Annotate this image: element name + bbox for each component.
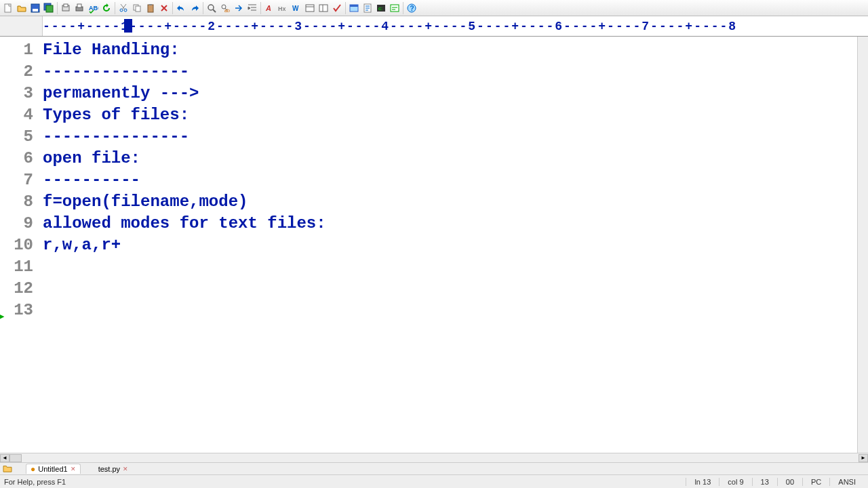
svg-text:ab: ab [224, 8, 230, 13]
panel-icon[interactable] [303, 1, 317, 15]
highlight-icon[interactable]: A [262, 1, 276, 15]
code-line[interactable]: allowed modes for text files: [43, 213, 857, 235]
status-line: ln 13 [686, 478, 719, 486]
vertical-scrollbar[interactable] [857, 37, 868, 453]
ruler: ----+----1----+----2----+----3----+----4… [0, 16, 868, 37]
toolbar-separator [345, 2, 346, 14]
open-icon[interactable] [15, 1, 28, 15]
svg-rect-4 [46, 5, 53, 12]
horizontal-scrollbar[interactable]: ◄ ► [0, 453, 868, 462]
redo-icon[interactable] [188, 1, 201, 15]
undo-icon[interactable] [174, 1, 188, 15]
svg-rect-31 [391, 5, 399, 12]
output-icon[interactable] [388, 1, 401, 15]
check-icon[interactable] [330, 1, 344, 15]
svg-text:W: W [292, 5, 299, 12]
line-number: 10 [0, 235, 33, 256]
editor: 123456789101112▶13 File Handling:-------… [0, 37, 868, 453]
ruler-position-marker [124, 19, 132, 33]
status-help: For Help, press F1 [4, 478, 686, 486]
line-number: 2 [0, 61, 33, 83]
window-icon[interactable] [347, 1, 361, 15]
svg-rect-14 [148, 5, 153, 12]
copy-icon[interactable] [130, 1, 144, 15]
svg-rect-0 [5, 4, 11, 12]
ruler-gutter [0, 16, 43, 36]
line-number: 12 [0, 278, 33, 300]
code-line[interactable]: ---------- [43, 169, 857, 191]
toolbar-separator [403, 2, 403, 14]
svg-rect-22 [306, 5, 314, 12]
close-icon[interactable]: ✕ [123, 466, 128, 472]
line-number: 11 [0, 256, 33, 278]
goto-icon[interactable] [232, 1, 245, 15]
svg-text:A: A [265, 4, 271, 12]
tab-label: test.py [98, 465, 120, 473]
scroll-left-icon[interactable]: ◄ [0, 454, 9, 462]
code-line[interactable]: --------------- [43, 126, 857, 148]
code-line[interactable]: File Handling: [43, 39, 857, 61]
svg-rect-24 [319, 5, 328, 12]
line-number-gutter: 123456789101112▶13 [0, 37, 37, 453]
delete-icon[interactable] [157, 1, 171, 15]
refresh-icon[interactable] [100, 1, 113, 15]
code-line[interactable]: permanently ---> [43, 83, 857, 104]
ruler-text: ----+----1----+----2----+----3----+----4… [43, 20, 737, 33]
code-line[interactable]: f=open(filename,mode) [43, 191, 857, 213]
toolbar: ABCabAHxWc:? [0, 0, 868, 16]
svg-rect-15 [149, 4, 152, 5]
svg-text:c:: c: [378, 5, 382, 12]
close-icon[interactable]: ✕ [71, 466, 76, 472]
svg-rect-2 [33, 9, 38, 12]
code-line[interactable]: --------------- [43, 61, 857, 83]
scroll-right-icon[interactable]: ► [859, 454, 868, 462]
cut-icon[interactable] [117, 1, 130, 15]
status-col: col 9 [719, 478, 751, 486]
tab-bar: ●Untitled1✕test.py✕ [0, 462, 868, 474]
print-icon[interactable] [73, 1, 86, 15]
svg-rect-27 [350, 5, 358, 7]
line-number: 5 [0, 126, 33, 148]
code-area[interactable]: File Handling:---------------permanently… [37, 37, 857, 453]
ruler-track: ----+----1----+----2----+----3----+----4… [43, 16, 868, 36]
help-icon[interactable]: ? [405, 1, 418, 15]
svg-text:?: ? [410, 5, 414, 12]
line-number: 13 [0, 300, 33, 321]
svg-rect-6 [64, 4, 68, 7]
script-icon[interactable] [361, 1, 374, 15]
toolbar-separator [172, 2, 173, 14]
find-text-icon[interactable]: ab [218, 1, 232, 15]
tab-test-py[interactable]: test.py✕ [94, 465, 132, 473]
tab-untitled1[interactable]: ●Untitled1✕ [26, 464, 81, 474]
modified-indicator-icon: ● [31, 464, 35, 474]
word-icon[interactable]: W [290, 1, 303, 15]
current-line-marker-icon: ▶ [0, 306, 4, 327]
status-lines-total: 13 [752, 478, 777, 486]
svg-rect-13 [136, 6, 140, 12]
toolbar-separator [203, 2, 203, 14]
line-number: 4 [0, 104, 33, 126]
hex-icon[interactable]: Hx [276, 1, 290, 15]
toolbar-separator [260, 2, 261, 14]
status-sel: 00 [777, 478, 802, 486]
indent-icon[interactable] [245, 1, 259, 15]
print-preview-icon[interactable] [59, 1, 73, 15]
code-line[interactable]: r,w,a,r+ [43, 235, 857, 256]
line-number: 9 [0, 213, 33, 235]
line-number: 1 [0, 39, 33, 61]
toolbar-separator [57, 2, 58, 14]
code-line[interactable]: open file: [43, 148, 857, 169]
panel2-icon[interactable] [317, 1, 330, 15]
folder-icon[interactable] [3, 464, 12, 474]
new-file-icon[interactable] [1, 1, 15, 15]
save-all-icon[interactable] [42, 1, 56, 15]
paste-icon[interactable] [144, 1, 157, 15]
status-encoding: ANSI [829, 478, 864, 486]
spell-icon[interactable]: ABC [86, 1, 100, 15]
save-icon[interactable] [28, 1, 42, 15]
code-line[interactable]: Types of files: [43, 104, 857, 126]
terminal-icon[interactable]: c: [374, 1, 388, 15]
scroll-thumb[interactable] [9, 454, 22, 462]
line-number: 6 [0, 148, 33, 169]
find-icon[interactable] [205, 1, 218, 15]
